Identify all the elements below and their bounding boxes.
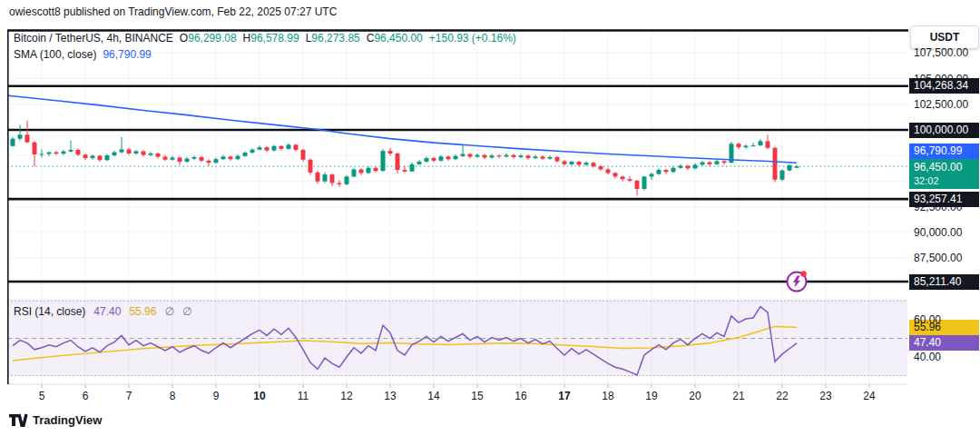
rsi-tick-label: 40.00: [914, 350, 941, 364]
rsi-band-empty-icon: ∅: [182, 305, 191, 318]
time-tick-label: 8: [170, 390, 176, 402]
symbol-title: Bitcoin / TetherUS, 4h, BINANCE: [14, 32, 173, 45]
time-tick-label: 7: [126, 390, 132, 402]
time-tick-label: 6: [83, 390, 89, 402]
sma-legend: SMA (100, close) 96,790.99: [14, 48, 152, 61]
time-tick-label: 11: [298, 390, 309, 402]
time-tick-label: 14: [427, 390, 439, 402]
rsi-legend: RSI (14, close) 47.40 55.96 ∅ ∅: [14, 305, 191, 318]
ohlc-high: H96,578.99: [243, 32, 299, 45]
time-tick-label: 15: [471, 390, 483, 402]
chart-canvas: [0, 0, 980, 436]
time-tick-label: 17: [558, 390, 570, 402]
current-price-value: 96,450.00: [914, 161, 979, 174]
drawn-level-price-label: 85,211.40: [909, 274, 979, 290]
price-tick-label: 87,500.00: [914, 251, 962, 265]
tradingview-logo[interactable]: TradingView: [9, 413, 102, 427]
drawn-level-price-label: 104,268.34: [909, 78, 979, 94]
time-tick-label: 12: [340, 390, 352, 402]
bar-countdown: 32:02: [914, 174, 979, 188]
sma-price-label: 96,790.99: [909, 144, 979, 159]
time-tick-label: 10: [253, 390, 265, 402]
time-tick-label: 23: [819, 390, 831, 402]
ohlc-open: O96,299.08: [180, 32, 237, 45]
rsi-axis-label: 47.40: [909, 335, 979, 351]
rsi-legend-value: 47.40: [93, 305, 121, 318]
sma-legend-title: SMA (100, close): [14, 48, 96, 61]
rsi-legend-title: RSI (14, close): [14, 305, 85, 318]
tradingview-logo-icon: [9, 413, 28, 427]
sma-legend-value: 96,790.99: [103, 48, 151, 61]
time-tick-label: 16: [514, 390, 526, 402]
current-price-label: 96,450.00 32:02: [909, 159, 979, 189]
ohlc-close: C96,450.00: [367, 32, 423, 45]
rsi-band-empty-icon: ∅: [164, 305, 173, 318]
rsi-ma-legend-value: 55.96: [129, 305, 156, 318]
attribution-text: owiescott8 published on TradingView.com,…: [9, 5, 337, 18]
price-pane-surface[interactable]: [7, 31, 907, 300]
time-axis[interactable]: [7, 385, 907, 407]
symbol-legend: Bitcoin / TetherUS, 4h, BINANCE O96,299.…: [14, 32, 516, 45]
time-tick-label: 13: [384, 390, 396, 402]
price-tick-label: 90,000.00: [914, 225, 962, 240]
price-tick-label: 102,500.00: [914, 97, 968, 112]
rsi-tick-label: 60.00: [914, 312, 941, 327]
price-tick-label: 107,500.00: [914, 45, 968, 60]
time-tick-label: 19: [645, 390, 657, 402]
ohlc-low: L96,273.85: [306, 32, 360, 45]
drawn-level-price-label: 100,000.00: [909, 123, 979, 138]
time-tick-label: 18: [602, 390, 613, 402]
time-tick-label: 9: [213, 390, 220, 402]
drawn-level-price-label: 93,257.41: [909, 192, 979, 207]
time-tick-label: 5: [39, 390, 45, 402]
time-tick-label: 20: [689, 390, 701, 402]
tradingview-logo-text: TradingView: [33, 413, 102, 427]
chart-root: owiescott8 published on TradingView.com,…: [0, 0, 980, 436]
change-value: +150.93 (+0.16%): [429, 32, 516, 45]
time-tick-label: 24: [863, 390, 875, 402]
time-tick-label: 22: [776, 390, 788, 402]
time-tick-label: 21: [732, 390, 744, 402]
